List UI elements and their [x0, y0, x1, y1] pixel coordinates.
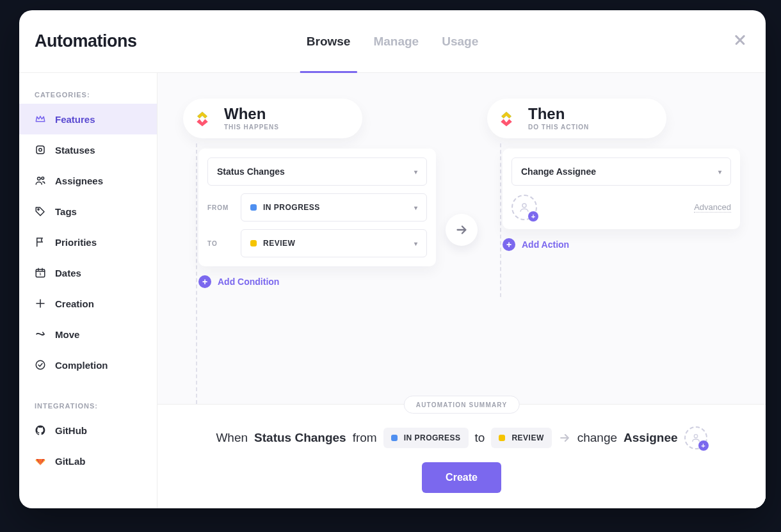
sidebar-item-github[interactable]: GitHub	[19, 415, 157, 446]
from-status-value: IN PROGRESS	[263, 203, 320, 212]
to-label: TO	[207, 240, 233, 247]
add-assignee-button[interactable]: +	[511, 195, 537, 220]
status-icon	[35, 144, 46, 156]
trigger-select[interactable]: Status Changes ▾	[207, 157, 427, 186]
sidebar-item-creation[interactable]: Creation	[19, 288, 157, 319]
summary-change: change	[577, 431, 617, 445]
summary-badge: AUTOMATION SUMMARY	[404, 396, 520, 414]
svg-point-9	[694, 435, 697, 438]
categories-label: CATEGORIES:	[19, 85, 157, 104]
sidebar-item-label: Creation	[55, 298, 94, 309]
when-title: When	[224, 106, 279, 122]
clickup-logo-icon	[494, 106, 519, 131]
sidebar-item-label: Priorities	[55, 237, 97, 248]
status-dot	[391, 435, 398, 441]
chevron-down-icon: ▾	[414, 240, 417, 247]
status-dot-from	[250, 204, 257, 211]
tab-browse[interactable]: Browse	[307, 10, 351, 72]
add-action-button[interactable]: + Add Action	[503, 238, 740, 251]
page-title: Automations	[19, 31, 137, 51]
action-select[interactable]: Change Assignee ▾	[511, 157, 731, 186]
summary-from-chip: IN PROGRESS	[383, 428, 469, 448]
clickup-logo-icon	[189, 106, 215, 131]
sidebar-item-label: Assignees	[55, 175, 103, 186]
sidebar-item-dates[interactable]: 1 Dates	[19, 257, 157, 288]
svg-point-2	[38, 177, 41, 181]
action-card: Change Assignee ▾ + Advanced	[503, 149, 740, 229]
tag-icon	[35, 206, 46, 217]
when-subtitle: THIS HAPPENS	[224, 124, 279, 131]
svg-point-1	[39, 149, 42, 152]
chevron-down-icon: ▾	[414, 204, 417, 211]
summary-text: When Status Changes from IN PROGRESS to …	[177, 426, 746, 449]
svg-point-7	[36, 360, 45, 369]
svg-rect-0	[36, 146, 44, 154]
then-column: Then DO THIS ACTION Change Assignee ▾	[462, 99, 766, 404]
svg-point-4	[38, 209, 39, 210]
advanced-link[interactable]: Advanced	[694, 202, 731, 213]
trigger-value: Status Changes	[217, 166, 285, 177]
tab-usage[interactable]: Usage	[442, 10, 478, 72]
summary-to: to	[475, 431, 485, 445]
from-status-select[interactable]: IN PROGRESS ▾	[241, 193, 427, 222]
summary-to-chip: REVIEW	[491, 428, 551, 448]
chevron-down-icon: ▾	[718, 168, 721, 175]
sidebar: CATEGORIES: Features Statuses Assignees	[19, 73, 157, 508]
chevron-down-icon: ▾	[414, 168, 417, 175]
github-icon	[35, 424, 46, 436]
flag-icon	[35, 236, 46, 248]
to-status-select[interactable]: REVIEW ▾	[241, 229, 427, 257]
summary-assignee: Assignee	[624, 431, 677, 445]
then-subtitle: DO THIS ACTION	[528, 124, 589, 131]
automation-builder: When THIS HAPPENS Status Changes ▾ FROM	[157, 73, 766, 404]
summary-when: When	[216, 431, 248, 445]
sidebar-item-label: Move	[55, 329, 79, 340]
sidebar-item-tags[interactable]: Tags	[19, 196, 157, 227]
plus-circle-icon: +	[503, 238, 515, 251]
sidebar-item-features[interactable]: Features	[19, 104, 157, 134]
flow-arrow	[446, 214, 478, 246]
modal-body: CATEGORIES: Features Statuses Assignees	[19, 73, 766, 508]
sidebar-item-label: Statuses	[55, 145, 95, 156]
summary-assignee-avatar[interactable]: +	[684, 426, 707, 449]
crown-icon	[35, 113, 46, 125]
sidebar-item-label: Tags	[55, 206, 77, 217]
arrow-icon	[35, 328, 46, 340]
modal-header: Automations Browse Manage Usage	[19, 10, 766, 73]
create-button[interactable]: Create	[422, 462, 501, 493]
plus-circle-icon: +	[198, 275, 211, 288]
summary-from: from	[353, 431, 377, 445]
from-label: FROM	[207, 204, 233, 211]
svg-text:1: 1	[39, 272, 42, 276]
tab-manage[interactable]: Manage	[373, 10, 419, 72]
sidebar-item-statuses[interactable]: Statuses	[19, 134, 157, 165]
connector-line	[500, 143, 501, 297]
action-value: Change Assignee	[521, 166, 596, 177]
sidebar-item-move[interactable]: Move	[19, 319, 157, 350]
sidebar-item-label: Completion	[55, 360, 108, 371]
add-action-label: Add Action	[522, 239, 569, 250]
svg-point-8	[522, 204, 526, 207]
sidebar-item-completion[interactable]: Completion	[19, 350, 157, 380]
sidebar-item-gitlab[interactable]: GitLab	[19, 446, 157, 476]
status-dot-to	[250, 240, 257, 246]
close-icon[interactable]	[734, 33, 746, 46]
status-dot	[499, 435, 505, 441]
summary-trigger: Status Changes	[254, 431, 346, 445]
mini-plus-icon: +	[698, 440, 709, 451]
mini-plus-icon: +	[528, 211, 538, 222]
integrations-label: INTEGRATIONS:	[19, 396, 157, 415]
add-condition-button[interactable]: + Add Condition	[198, 275, 436, 288]
sidebar-item-priorities[interactable]: Priorities	[19, 227, 157, 257]
people-icon	[35, 175, 46, 186]
arrow-right-icon	[558, 431, 571, 444]
connector-line	[196, 143, 197, 423]
when-header: When THIS HAPPENS	[183, 99, 362, 138]
plus-icon	[35, 298, 46, 309]
sidebar-item-assignees[interactable]: Assignees	[19, 165, 157, 196]
trigger-card: Status Changes ▾ FROM IN PROGRESS ▾	[198, 149, 436, 266]
summary-panel: AUTOMATION SUMMARY When Status Changes f…	[157, 404, 766, 508]
main-panel: When THIS HAPPENS Status Changes ▾ FROM	[157, 73, 766, 508]
to-status-value: REVIEW	[263, 239, 295, 248]
check-circle-icon	[35, 359, 46, 371]
